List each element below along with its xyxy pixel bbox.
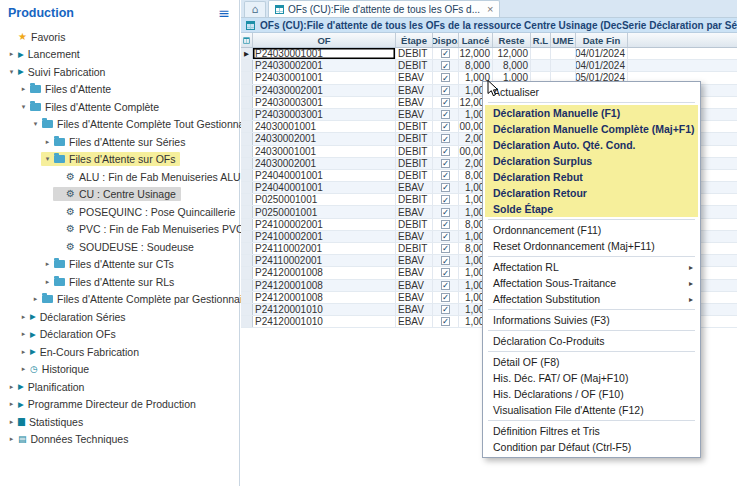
etape-cell[interactable]: DEBIT [396,146,433,157]
sidebar-item[interactable]: ▸▶Déclaration OFs [0,326,239,344]
row-selector-cell[interactable] [241,243,253,254]
of-cell[interactable]: P24030002001 [253,60,396,71]
sidebar-item[interactable]: ▸▶Déclaration Séries [0,308,239,326]
row-selector-cell[interactable] [241,231,253,242]
of-cell[interactable]: 24030002001 [253,133,396,144]
column-header[interactable]: Date Fin [576,33,628,47]
sidebar-item[interactable]: ▸Files d'Attente [0,81,239,99]
context-menu-item[interactable]: Déclaration Manuelle Complète (Maj+F1) [485,121,698,137]
row-selector-cell[interactable] [241,280,253,291]
row-selector-cell[interactable] [241,133,253,144]
of-cell[interactable]: 24030002001 [253,158,396,169]
etape-cell[interactable]: DEBIT [396,60,433,71]
context-menu-item[interactable]: Déclaration Surplus [485,153,698,169]
sidebar-item[interactable]: ▸▶Lancement [0,46,239,64]
of-cell[interactable]: P24120001010 [253,316,396,327]
context-menu-item[interactable]: Reset Ordonnancement (Maj+F11) [485,238,698,254]
row-selector-cell[interactable] [241,97,253,108]
dispo-cell[interactable]: ✓ [433,170,459,181]
etape-cell[interactable]: DEBIT [396,194,433,205]
dispo-checkbox[interactable]: ✓ [441,183,450,192]
tab-active[interactable]: OFs (CU):File d'attente de tous les OFs … [268,0,500,17]
sidebar-item[interactable]: ⚙PVC : Fin de Fab Menuiseries PVC [0,221,239,239]
context-menu-item[interactable]: Déclaration Auto. Qté. Cond. [485,137,698,153]
sidebar-item[interactable]: ▸▆Statistiques [0,413,239,431]
dispo-cell[interactable]: ✓ [433,194,459,205]
dispo-checkbox[interactable]: ✓ [441,147,450,156]
of-cell[interactable]: P24030002001 [253,85,396,96]
dispo-cell[interactable]: ✓ [433,97,459,108]
dispo-cell[interactable]: ✓ [433,304,459,315]
rl-cell[interactable] [531,60,551,71]
dispo-cell[interactable]: ✓ [433,280,459,291]
of-cell[interactable]: P24110002001 [253,243,396,254]
dispo-checkbox[interactable]: ✓ [441,293,450,302]
context-menu-item[interactable]: Affectation Sous-Traitance▸ [485,275,698,291]
dispo-cell[interactable]: ✓ [433,121,459,132]
dispo-cell[interactable]: ✓ [433,182,459,193]
dispo-checkbox[interactable]: ✓ [441,317,450,326]
etape-cell[interactable]: EBAV [396,109,433,120]
dispo-cell[interactable]: ✓ [433,146,459,157]
context-menu-item[interactable]: Affectation RL▸ [485,259,698,275]
sidebar-item[interactable]: ▾Files d'Attente Complète [0,98,239,116]
row-selector-cell[interactable] [241,304,253,315]
chevron-down-icon[interactable]: ▾ [6,68,17,76]
of-cell[interactable]: P24120001008 [253,280,396,291]
date-fin-cell[interactable]: 04/01/2024 [576,60,628,71]
chevron-right-icon[interactable]: ▸ [6,418,17,426]
context-menu-item[interactable]: Condition par Défaut (Ctrl-F5) [485,439,698,455]
row-selector-cell[interactable] [241,60,253,71]
chevron-right-icon[interactable]: ▸ [18,365,29,373]
etape-cell[interactable]: DEBIT [396,243,433,254]
sidebar-item[interactable]: ★Favoris [0,28,239,46]
context-menu-item[interactable]: Déclaration Retour [485,185,698,201]
column-header[interactable]: R.L [531,33,551,47]
chevron-right-icon[interactable]: ▸ [6,400,17,408]
row-selector-cell[interactable] [241,316,253,327]
dispo-checkbox[interactable]: ✓ [441,195,450,204]
row-selector-header[interactable] [241,33,253,47]
context-menu-item[interactable]: Détail OF (F8) [485,354,698,370]
dispo-checkbox[interactable]: ✓ [441,256,450,265]
table-row[interactable]: P24030002001DEBIT✓8,0008,00004/01/2024 [241,60,737,72]
chevron-right-icon[interactable]: ▸ [18,330,29,338]
etape-cell[interactable]: EBAV [396,304,433,315]
reste-cell[interactable]: 8,000 [493,60,531,71]
sidebar-item[interactable]: ▸▤Données Techniques [0,431,239,449]
of-cell[interactable]: P24030003001 [253,109,396,120]
of-cell[interactable]: 24030001001 [253,121,396,132]
column-header[interactable]: Dispo. [433,33,459,47]
context-menu-item[interactable]: Déclaration Rebut [485,169,698,185]
row-selector-cell[interactable] [241,146,253,157]
of-cell[interactable]: P24030001001 [253,72,396,83]
sidebar-item[interactable]: ▸Files d'Attente sur Séries [0,133,239,151]
rl-cell[interactable] [531,48,551,59]
etape-cell[interactable]: EBAV [396,267,433,278]
row-selector-cell[interactable] [241,158,253,169]
context-menu-item[interactable]: Affectation Substitution▸ [485,291,698,307]
dispo-cell[interactable]: ✓ [433,255,459,266]
chevron-down-icon[interactable]: ▾ [42,155,53,163]
context-menu-item[interactable]: Informations Suivies (F3) [485,312,698,328]
dispo-checkbox[interactable]: ✓ [441,73,450,82]
chevron-right-icon[interactable]: ▸ [6,435,17,443]
etape-cell[interactable]: EBAV [396,97,433,108]
ume-cell[interactable] [551,48,576,59]
dispo-cell[interactable]: ✓ [433,243,459,254]
row-selector-cell[interactable]: ▶ [241,48,253,59]
chevron-right-icon[interactable]: ▸ [42,138,53,146]
dispo-checkbox[interactable]: ✓ [441,159,450,168]
sidebar-item[interactable]: ▸▶Programme Directeur de Production [0,396,239,414]
lance-cell[interactable]: 8,000 [459,60,493,71]
context-menu-item[interactable]: Visualisation File d'Attente (F12) [485,402,698,418]
etape-cell[interactable]: EBAV [396,85,433,96]
context-menu-item[interactable]: Déclaration Co-Produits [485,333,698,349]
etape-cell[interactable]: EBAV [396,255,433,266]
column-header[interactable]: OF [253,33,396,47]
sidebar-item[interactable]: ⚙ALU : Fin de Fab Menuiseries ALU [0,168,239,186]
dispo-checkbox[interactable]: ✓ [441,220,450,229]
dispo-cell[interactable]: ✓ [433,292,459,303]
lance-cell[interactable]: 12,000 [459,48,493,59]
of-cell[interactable]: P24110002001 [253,255,396,266]
